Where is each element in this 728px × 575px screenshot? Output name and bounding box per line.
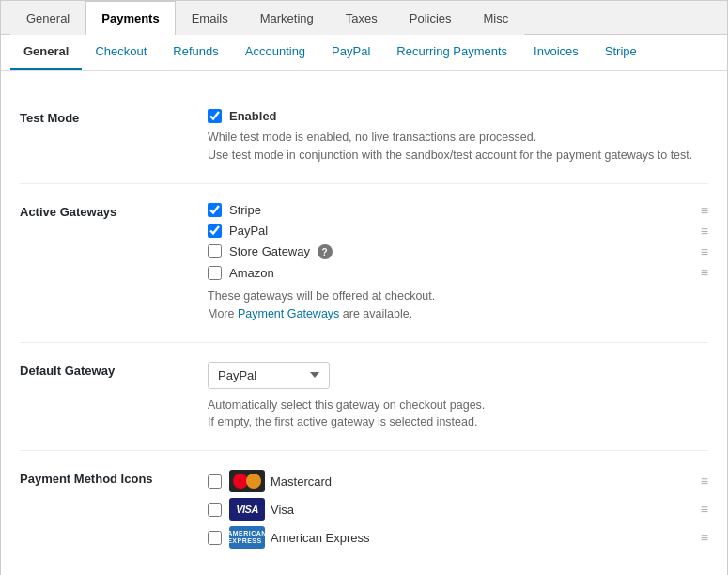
subtab-paypal[interactable]: PayPal xyxy=(318,35,383,70)
subtab-refunds[interactable]: Refunds xyxy=(160,35,231,70)
payment-icons-label: Payment Method Icons xyxy=(20,470,208,486)
gateway-paypal-item: PayPal ≡ xyxy=(208,224,708,239)
amex-checkbox[interactable] xyxy=(208,531,222,545)
default-gateway-description: Automatically select this gateway on che… xyxy=(208,396,708,432)
drag-handle-stripe: ≡ xyxy=(682,203,708,218)
tab-misc[interactable]: Misc xyxy=(468,1,525,35)
default-gateway-row: Default Gateway PayPal Stripe Store Gate… xyxy=(20,343,708,452)
test-mode-field: Enabled While test mode is enabled, no l… xyxy=(208,109,708,164)
sub-tab-bar: General Checkout Refunds Accounting PayP… xyxy=(1,35,727,71)
tab-emails[interactable]: Emails xyxy=(176,1,244,35)
mastercard-icon xyxy=(229,470,265,492)
gateway-paypal-checkbox[interactable] xyxy=(208,224,222,238)
visa-item: VISA Visa ≡ xyxy=(208,498,708,521)
default-gateway-select[interactable]: PayPal Stripe Store Gateway Amazon xyxy=(208,362,330,389)
amex-label: American Express xyxy=(271,531,369,545)
drag-handle-amazon: ≡ xyxy=(682,265,708,280)
subtab-recurring-payments[interactable]: Recurring Payments xyxy=(383,35,520,70)
drag-handle-amex: ≡ xyxy=(682,530,708,545)
gateway-amazon-item: Amazon ≡ xyxy=(208,265,708,280)
test-mode-checkbox-item: Enabled xyxy=(208,109,708,123)
test-mode-description: While test mode is enabled, no live tran… xyxy=(208,129,708,164)
visa-label: Visa xyxy=(271,503,294,517)
drag-handle-visa: ≡ xyxy=(682,502,708,517)
gateway-amazon-label: Amazon xyxy=(229,266,682,280)
store-gateway-help-icon[interactable]: ? xyxy=(318,244,333,259)
default-gateway-label: Default Gateway xyxy=(20,362,208,378)
subtab-invoices[interactable]: Invoices xyxy=(520,35,592,70)
amex-icon: AMERICAN EXPRESS xyxy=(229,526,265,549)
test-mode-checkbox[interactable] xyxy=(208,109,222,123)
payment-icons-row: Payment Method Icons Mastercard ≡ VISA V… xyxy=(20,451,708,573)
gateway-amazon-checkbox[interactable] xyxy=(208,266,222,280)
top-tab-bar: General Payments Emails Marketing Taxes … xyxy=(1,1,727,35)
mastercard-item: Mastercard ≡ xyxy=(208,470,708,492)
gateway-stripe-item: Stripe ≡ xyxy=(208,203,708,218)
drag-handle-paypal: ≡ xyxy=(682,224,708,239)
settings-content: Test Mode Enabled While test mode is ena… xyxy=(1,71,727,575)
gateway-store-checkbox[interactable] xyxy=(208,244,222,258)
subtab-general[interactable]: General xyxy=(10,35,82,70)
tab-marketing[interactable]: Marketing xyxy=(244,1,330,35)
active-gateways-row: Active Gateways Stripe ≡ PayPal ≡ Store … xyxy=(20,184,708,343)
tab-taxes[interactable]: Taxes xyxy=(330,1,394,35)
visa-checkbox[interactable] xyxy=(208,503,222,517)
mastercard-checkbox[interactable] xyxy=(208,474,222,489)
gateway-paypal-label: PayPal xyxy=(229,224,682,238)
gateway-store-item: Store Gateway ? ≡ xyxy=(208,244,708,260)
payment-icons-field: Mastercard ≡ VISA Visa ≡ AMERICAN EXPRES… xyxy=(208,470,708,554)
mastercard-right-circle xyxy=(246,474,261,489)
gateway-stripe-checkbox[interactable] xyxy=(208,203,222,217)
gateways-description: These gateways will be offered at checko… xyxy=(208,288,708,323)
test-mode-row: Test Mode Enabled While test mode is ena… xyxy=(20,90,708,184)
active-gateways-label: Active Gateways xyxy=(20,203,208,219)
tab-payments[interactable]: Payments xyxy=(85,1,175,35)
active-gateways-field: Stripe ≡ PayPal ≡ Store Gateway ? ≡ xyxy=(208,203,708,323)
test-mode-checkbox-label: Enabled xyxy=(229,109,708,123)
test-mode-label: Test Mode xyxy=(20,109,208,125)
tab-policies[interactable]: Policies xyxy=(394,1,468,35)
mastercard-label: Mastercard xyxy=(271,474,332,489)
subtab-stripe[interactable]: Stripe xyxy=(592,35,650,70)
tab-general[interactable]: General xyxy=(10,1,85,35)
gateway-store-label: Store Gateway ? xyxy=(229,244,682,260)
settings-page: General Payments Emails Marketing Taxes … xyxy=(0,0,728,575)
default-gateway-field: PayPal Stripe Store Gateway Amazon Autom… xyxy=(208,362,708,432)
drag-handle-mastercard: ≡ xyxy=(682,474,708,489)
payment-gateways-link[interactable]: Payment Gateways xyxy=(238,307,339,320)
amex-item: AMERICAN EXPRESS American Express ≡ xyxy=(208,526,708,549)
subtab-checkout[interactable]: Checkout xyxy=(82,35,160,70)
gateway-stripe-label: Stripe xyxy=(229,203,682,217)
subtab-accounting[interactable]: Accounting xyxy=(232,35,318,70)
visa-icon: VISA xyxy=(229,498,265,521)
drag-handle-store: ≡ xyxy=(682,244,708,259)
